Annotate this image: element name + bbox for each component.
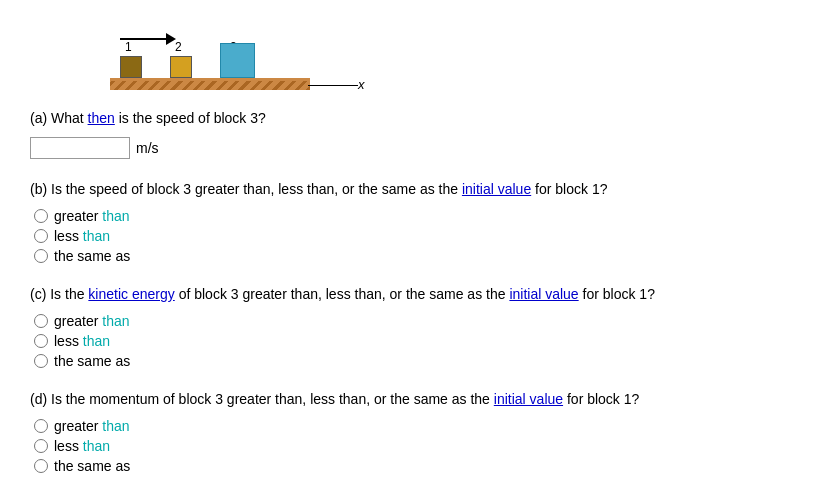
block-1-label: 1 — [125, 40, 132, 54]
option-d-same-label: the same as — [54, 458, 130, 474]
speed-input[interactable] — [30, 137, 130, 159]
x-axis-label: x — [358, 77, 365, 92]
radio-b-same[interactable] — [34, 249, 48, 263]
initial-value-b: initial value — [462, 181, 531, 197]
option-d-same[interactable]: the same as — [34, 458, 788, 474]
physics-diagram: 1 2 3 x — [30, 20, 788, 90]
question-c-text: (c) Is the kinetic energy of block 3 gre… — [30, 284, 788, 305]
option-d-less-label: less than — [54, 438, 110, 454]
question-c-options: greater than less than the same as — [30, 313, 788, 369]
option-b-same[interactable]: the same as — [34, 248, 788, 264]
question-b-options: greater than less than the same as — [30, 208, 788, 264]
radio-d-greater[interactable] — [34, 419, 48, 433]
block-1 — [120, 56, 142, 78]
option-b-less-label: less than — [54, 228, 110, 244]
question-d-options: greater than less than the same as — [30, 418, 788, 474]
option-b-less[interactable]: less than — [34, 228, 788, 244]
then-keyword: then — [88, 110, 115, 126]
block-3 — [220, 43, 255, 78]
radio-c-greater[interactable] — [34, 314, 48, 328]
radio-d-less[interactable] — [34, 439, 48, 453]
option-c-same-label: the same as — [54, 353, 130, 369]
x-axis — [308, 85, 358, 86]
option-c-greater-label: greater than — [54, 313, 130, 329]
radio-c-same[interactable] — [34, 354, 48, 368]
kinetic-energy-keyword: kinetic energy — [88, 286, 174, 302]
question-a-text: (a) What then is the speed of block 3? — [30, 108, 788, 129]
option-b-greater[interactable]: greater than — [34, 208, 788, 224]
question-a: (a) What then is the speed of block 3? m… — [30, 108, 788, 159]
question-d-text: (d) Is the momentum of block 3 greater t… — [30, 389, 788, 410]
speed-unit: m/s — [136, 140, 159, 156]
option-d-greater-label: greater than — [54, 418, 130, 434]
surface-base — [110, 81, 310, 90]
question-d: (d) Is the momentum of block 3 greater t… — [30, 389, 788, 474]
question-b: (b) Is the speed of block 3 greater than… — [30, 179, 788, 264]
block-2-label: 2 — [175, 40, 182, 54]
option-c-less[interactable]: less than — [34, 333, 788, 349]
block-2 — [170, 56, 192, 78]
radio-d-same[interactable] — [34, 459, 48, 473]
option-d-greater[interactable]: greater than — [34, 418, 788, 434]
radio-b-greater[interactable] — [34, 209, 48, 223]
option-c-less-label: less than — [54, 333, 110, 349]
option-b-same-label: the same as — [54, 248, 130, 264]
option-c-same[interactable]: the same as — [34, 353, 788, 369]
radio-c-less[interactable] — [34, 334, 48, 348]
option-d-less[interactable]: less than — [34, 438, 788, 454]
initial-value-d: initial value — [494, 391, 563, 407]
question-b-text: (b) Is the speed of block 3 greater than… — [30, 179, 788, 200]
question-a-answer-row: m/s — [30, 137, 788, 159]
option-c-greater[interactable]: greater than — [34, 313, 788, 329]
option-b-greater-label: greater than — [54, 208, 130, 224]
initial-value-c: initial value — [509, 286, 578, 302]
radio-b-less[interactable] — [34, 229, 48, 243]
question-c: (c) Is the kinetic energy of block 3 gre… — [30, 284, 788, 369]
